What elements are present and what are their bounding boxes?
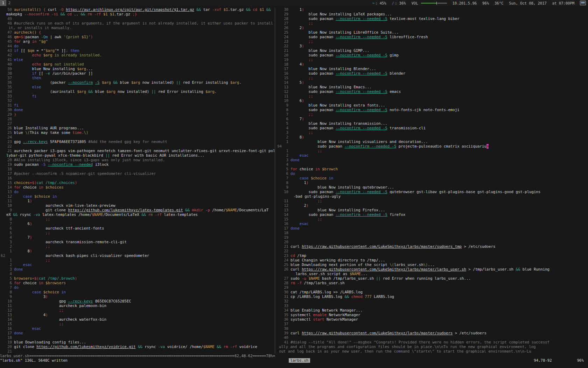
code-token: echo <box>32 62 43 67</box>
code-token: pacman <box>25 35 41 39</box>
code-text: cat /tmp/LARBS.log >> /LARBS.log <box>288 290 363 294</box>
statusline-fill: ========================================… <box>29 354 235 358</box>
code-token: m <box>486 144 489 149</box>
code-text: it, or installs it manually. <box>0 26 72 30</box>
code-row: 29 blue Now installing LaTeX packages... <box>276 12 588 16</box>
code-token: libreoffice-fresh <box>387 35 428 39</box>
code-text: sudo pacman --noconfirm --needed -S emac… <box>288 89 401 94</box>
code-token: || <box>376 276 383 281</box>
vim-pane-larbs-sh[interactable]: 30 1)29 blue Now installing LaTeX packag… <box>276 7 588 354</box>
code-text: #Also installing i3lock, since i3-gaps w… <box>12 158 165 162</box>
line-number: 34 <box>0 89 12 94</box>
volume-label: VOL <box>412 1 418 5</box>
code-token <box>14 258 46 263</box>
code-text: eX && rsync -va latex-templates /home/$N… <box>0 212 198 217</box>
code-row: 4 <box>0 272 274 276</box>
vim-vertical-separator[interactable] <box>275 7 275 354</box>
code-token <box>290 149 317 153</box>
code-text: aurcheck ttf-ancient-fonts <box>12 226 104 231</box>
code-row: 43if [[ $qm = *"$arg"* ]]; then <box>0 48 274 53</box>
line-number: 29 <box>276 12 288 16</box>
line-number: 32 <box>276 299 288 304</box>
code-token: ;; <box>308 21 313 26</box>
line-number: 34 <box>276 308 288 313</box>
code-text: blue Changin working directory to /tmp/.… <box>288 258 385 263</box>
code-token: (packer <box>14 80 68 85</box>
code-text: done <box>12 267 23 272</box>
code-token: && <box>13 212 20 217</box>
code-text: fi <box>12 94 36 98</box>
code-token: rsync <box>145 345 158 349</box>
code-token: blue Now installing Firefox... <box>290 208 385 212</box>
code-text: sudo pacman --noconfirm --needed -S blen… <box>288 71 405 76</box>
code-text: ;; <box>288 199 322 203</box>
line-number: 39 <box>0 67 12 71</box>
code-token: $browch <box>322 167 338 171</box>
code-token: $qm <box>28 48 34 53</box>
code-row: makepkg --noconfirm -si && cd .. && rm -… <box>0 12 274 16</box>
code-text: blue Downloading next portion of the scr… <box>288 263 435 267</box>
code-token: done <box>14 267 23 272</box>
code-row: 46qm=$(pacman -Qm | awk '{print $1}') <box>0 35 274 39</box>
code-token <box>14 76 32 80</box>
line-number: 28 <box>276 16 288 21</box>
line-number: 25 <box>276 30 288 35</box>
code-row: 19 <box>276 235 588 240</box>
code-token: https://aur.archlinux.org/cgit/aur.git/s… <box>66 7 194 12</box>
code-token: .tar.gz <box>114 12 132 16</box>
vim-pane-larbs-user-sh[interactable]: 50aurinstall() { curl -O https://aur.arc… <box>0 7 274 354</box>
code-row: 9 blue Now installing qutebrowser... <box>276 185 588 190</box>
line-number: 27 <box>276 276 288 281</box>
code-token: #Also installing i3lock, since i3-gaps w… <box>14 158 165 162</box>
code-token: ) <box>30 222 32 226</box>
line-number: 38 <box>0 71 12 76</box>
code-row: out and log back in as your new user, th… <box>276 349 588 354</box>
code-row: 24 <box>0 135 274 139</box>
code-token: 6 <box>14 222 30 226</box>
line-number: 24 <box>0 135 12 139</box>
code-token: if <box>14 48 21 53</box>
code-token: ;; <box>317 217 322 222</box>
volume-slider-handle[interactable] <box>436 2 437 5</box>
status-bar: 1 2 ~: 45% /: 36% VOL 10.201.5.96 96% 36… <box>0 0 588 6</box>
code-text: ;; <box>288 112 313 117</box>
workspace-tag-1[interactable]: 1 <box>0 0 6 6</box>
code-text: 4) <box>12 313 48 317</box>
code-row: 28 <box>0 117 274 121</box>
code-token: echo <box>32 53 43 57</box>
workspace-tag-2[interactable]: 2 <box>6 0 13 6</box>
line-number: 5 <box>276 167 288 171</box>
code-token: ;; <box>59 322 64 326</box>
code-text: -bad gst-plugins-ugly <box>276 194 341 199</box>
code-token: https://github.com/lukesmithxyz/voidrice… <box>36 345 135 349</box>
code-token: \) <box>424 263 428 267</box>
code-text: aurcheck() { <box>12 30 41 35</box>
disk-home-module: ~: 45% <box>372 1 386 5</box>
code-token: https://raw.githubusercontent.com/LukeSm… <box>302 331 453 335</box>
code-text: larbs_user.sh script as $NAME... <box>276 272 368 276</box>
code-row: 20git clone https://github.com/lukesmith… <box>0 345 274 349</box>
systray-monitor-icon[interactable] <box>580 1 586 5</box>
code-token: esac <box>300 153 309 158</box>
line-number: 35 <box>276 313 288 317</box>
code-text: fi <box>12 103 19 108</box>
code-row: 24 sudo pacman --noconfirm --needed -S l… <box>276 35 588 39</box>
line-number: 9 <box>276 185 288 190</box>
code-text: 5) <box>288 80 304 85</box>
line-number: 13 <box>0 313 12 317</box>
code-row: lybar-git python-pywal xfce-theme-blackb… <box>0 153 274 158</box>
line-number: 31 <box>276 294 288 299</box>
code-token: gpg <box>14 139 23 144</box>
code-token: --noconfirm -si <box>24 12 60 16</box>
volume-slider[interactable] <box>421 2 447 5</box>
code-token: ) <box>302 7 304 12</box>
line-number: 30 <box>276 7 288 12</box>
code-token: not installed <box>52 62 84 67</box>
code-token: bash /tmp/larbs_user.sh <box>320 276 376 281</box>
code-token: esac <box>32 326 41 331</box>
code-text: blue Downloading config files... <box>12 340 86 345</box>
code-text: ;; <box>288 94 313 98</box>
code-text: 2) <box>288 26 304 30</box>
code-token: aurcheck vim-live-latex-preview <box>14 203 115 208</box>
code-row: 8 ;; <box>0 217 274 222</box>
